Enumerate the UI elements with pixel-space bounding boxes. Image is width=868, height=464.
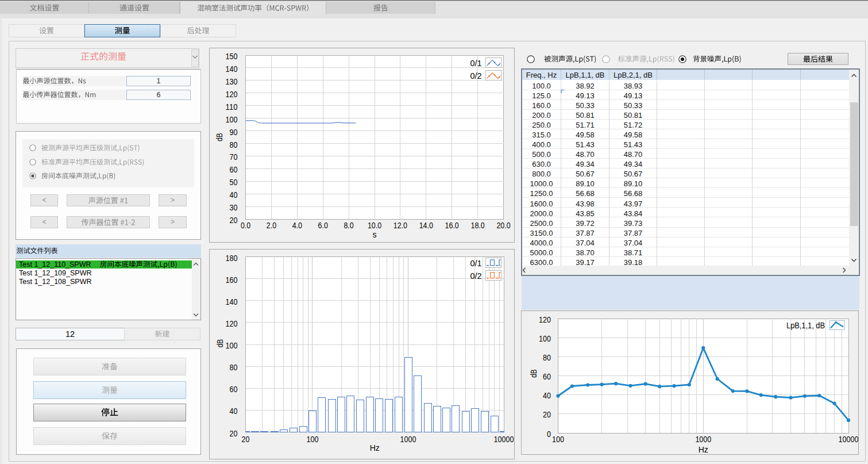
- svg-text:50.33: 50.33: [576, 101, 595, 110]
- svg-text:200.0: 200.0: [532, 111, 551, 120]
- svg-text:1600.0: 1600.0: [530, 200, 553, 208]
- svg-text:800.0: 800.0: [532, 170, 551, 178]
- svg-text:37.04: 37.04: [576, 239, 595, 247]
- svg-text:50.81: 50.81: [576, 111, 595, 120]
- svg-text:2500.0: 2500.0: [530, 219, 553, 228]
- svg-text:1000.0: 1000.0: [530, 179, 553, 188]
- svg-text:39.18: 39.18: [623, 258, 642, 267]
- svg-text:50.67: 50.67: [623, 170, 642, 178]
- svg-text:48.70: 48.70: [623, 150, 642, 159]
- svg-text:125.0: 125.0: [532, 91, 551, 100]
- svg-text:100.0: 100.0: [532, 82, 551, 90]
- svg-text:43.97: 43.97: [623, 200, 642, 208]
- svg-text:38.92: 38.92: [576, 82, 595, 90]
- svg-text:89.10: 89.10: [576, 179, 595, 188]
- svg-text:38.93: 38.93: [623, 82, 642, 90]
- svg-text:37.04: 37.04: [623, 239, 642, 247]
- svg-text:56.68: 56.68: [576, 189, 595, 198]
- svg-text:50.33: 50.33: [623, 101, 642, 110]
- svg-text:37.87: 37.87: [576, 229, 595, 237]
- svg-text:49.58: 49.58: [623, 131, 642, 139]
- svg-text:2000.0: 2000.0: [530, 209, 553, 218]
- svg-text:250.0: 250.0: [532, 121, 551, 129]
- svg-text:315.0: 315.0: [532, 131, 551, 139]
- svg-text:49.13: 49.13: [623, 91, 642, 100]
- svg-text:37.87: 37.87: [623, 229, 642, 237]
- svg-text:43.85: 43.85: [576, 209, 595, 218]
- svg-text:51.43: 51.43: [576, 140, 595, 149]
- svg-text:39.72: 39.72: [576, 219, 595, 228]
- svg-text:Freq., Hz: Freq., Hz: [526, 71, 556, 79]
- svg-text:3150.0: 3150.0: [530, 229, 553, 237]
- svg-text:50.81: 50.81: [623, 111, 642, 120]
- svg-text:89.10: 89.10: [623, 179, 642, 188]
- svg-text:51.43: 51.43: [623, 140, 642, 149]
- svg-text:6300.0: 6300.0: [530, 258, 553, 267]
- svg-text:50.67: 50.67: [576, 170, 595, 178]
- svg-text:630.0: 630.0: [532, 160, 551, 168]
- svg-text:49.13: 49.13: [576, 91, 595, 100]
- svg-text:49.58: 49.58: [576, 131, 595, 139]
- svg-text:500.0: 500.0: [532, 150, 551, 159]
- svg-text:38.71: 38.71: [623, 248, 642, 257]
- svg-text:4000.0: 4000.0: [530, 239, 553, 247]
- svg-text:38.70: 38.70: [576, 248, 595, 257]
- svg-text:400.0: 400.0: [532, 140, 551, 149]
- svg-text:43.84: 43.84: [623, 209, 642, 218]
- svg-text:51.71: 51.71: [576, 121, 595, 129]
- svg-text:39.73: 39.73: [623, 219, 642, 228]
- svg-text:1250.0: 1250.0: [530, 189, 553, 198]
- svg-text:49.34: 49.34: [623, 160, 642, 168]
- svg-text:LpB,2,1, dB: LpB,2,1, dB: [614, 71, 653, 79]
- svg-text:49.34: 49.34: [576, 160, 595, 168]
- svg-text:39.17: 39.17: [576, 258, 595, 267]
- svg-text:51.72: 51.72: [623, 121, 642, 129]
- svg-text:48.70: 48.70: [576, 150, 595, 159]
- svg-text:LpB,1,1, dB: LpB,1,1, dB: [565, 71, 604, 79]
- svg-text:5000.0: 5000.0: [530, 248, 553, 257]
- svg-text:56.68: 56.68: [623, 189, 642, 198]
- svg-text:160.0: 160.0: [532, 101, 551, 110]
- svg-text:43.98: 43.98: [576, 200, 595, 208]
